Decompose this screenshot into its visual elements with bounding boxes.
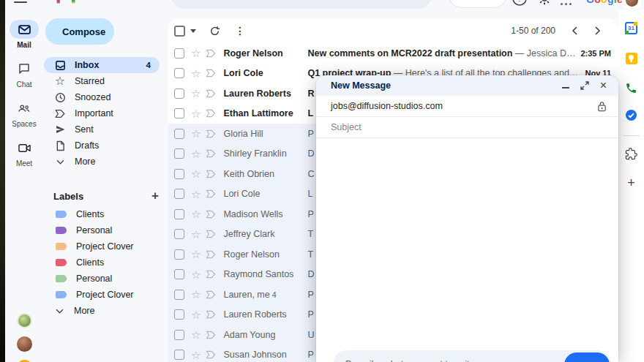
search-input[interactable]: Search mail and chat: [171, 0, 433, 9]
row-checkbox[interactable]: [174, 148, 184, 159]
keep-icon[interactable]: [624, 51, 639, 66]
newer-page-button[interactable]: [572, 26, 578, 35]
row-checkbox[interactable]: [174, 269, 184, 279]
row-checkbox[interactable]: [174, 209, 184, 219]
important-marker-icon[interactable]: [205, 129, 217, 138]
star-icon[interactable]: ☆: [191, 108, 201, 119]
help-me-write-bar[interactable]: Describe what you want to write: [333, 350, 611, 362]
account-avatar-button[interactable]: [622, 0, 641, 9]
rail-item-mail[interactable]: Mail: [5, 20, 43, 49]
star-icon[interactable]: ☆: [191, 68, 201, 79]
labels-more[interactable]: More: [43, 303, 168, 319]
sidebar-item-snoozed[interactable]: Snoozed: [44, 89, 160, 105]
row-checkbox[interactable]: [174, 48, 184, 59]
important-marker-icon[interactable]: [205, 331, 217, 339]
star-icon[interactable]: ☆: [191, 329, 201, 340]
important-marker-icon[interactable]: [205, 170, 217, 178]
important-marker-icon[interactable]: [205, 69, 217, 78]
sidebar-item-inbox[interactable]: Inbox4: [44, 57, 160, 73]
star-icon[interactable]: ☆: [191, 309, 201, 320]
select-dropdown-icon[interactable]: [190, 29, 196, 33]
star-icon[interactable]: ☆: [191, 269, 201, 280]
important-marker-icon[interactable]: [205, 250, 217, 259]
row-checkbox[interactable]: [174, 108, 184, 118]
compose-header[interactable]: New Message ×: [316, 75, 618, 96]
important-marker-icon[interactable]: [205, 290, 217, 299]
star-icon[interactable]: ☆: [191, 208, 201, 219]
sender-name: Keith Obrien: [223, 169, 305, 179]
apps-grid-icon[interactable]: [561, 3, 572, 5]
star-icon[interactable]: ☆: [191, 289, 201, 300]
hamburger-menu-icon[interactable]: [14, 0, 27, 3]
important-marker-icon[interactable]: [205, 49, 217, 58]
row-checkbox[interactable]: [174, 189, 184, 199]
important-marker-icon[interactable]: [205, 350, 217, 359]
tasks-icon[interactable]: [624, 108, 639, 122]
row-checkbox[interactable]: [174, 88, 184, 99]
important-marker-icon[interactable]: [205, 149, 217, 158]
refresh-button[interactable]: [209, 26, 220, 37]
star-icon[interactable]: ☆: [191, 148, 201, 159]
rail-item-meet[interactable]: Meet: [5, 138, 43, 167]
star-icon[interactable]: ☆: [191, 48, 201, 59]
status-selector[interactable]: Active: [449, 0, 507, 8]
rail-item-spaces[interactable]: Spaces: [5, 99, 43, 128]
settings-gear-icon[interactable]: [536, 0, 553, 7]
important-marker-icon[interactable]: [205, 310, 217, 319]
subject-field[interactable]: Subject: [316, 117, 618, 138]
compose-button[interactable]: Compose: [45, 18, 114, 45]
folder-label: Snoozed: [75, 92, 111, 102]
minimize-icon[interactable]: [562, 87, 569, 88]
star-icon[interactable]: ☆: [191, 229, 201, 240]
help-icon[interactable]: ?: [512, 0, 528, 7]
create-draft-button[interactable]: [564, 352, 610, 362]
row-checkbox[interactable]: [174, 68, 184, 78]
row-checkbox[interactable]: [174, 350, 184, 360]
rail-item-chat[interactable]: Chat: [5, 59, 43, 88]
recipients-field[interactable]: jobs@diffusion-studios.com: [316, 96, 618, 117]
addons-icon[interactable]: [624, 146, 639, 161]
call-icon[interactable]: [624, 80, 639, 95]
create-label-button[interactable]: +: [151, 189, 159, 203]
row-checkbox[interactable]: [174, 129, 184, 139]
sidebar-item-sent[interactable]: Sent: [44, 121, 160, 137]
pop-out-icon[interactable]: [580, 81, 589, 90]
label-item[interactable]: Project Clover: [43, 287, 168, 303]
important-marker-icon[interactable]: [205, 210, 217, 219]
label-item[interactable]: Clients: [43, 206, 168, 222]
plus-icon[interactable]: +: [624, 176, 639, 190]
row-checkbox[interactable]: [174, 330, 184, 340]
more-options-icon[interactable]: ⋮: [235, 25, 245, 37]
row-checkbox[interactable]: [174, 169, 184, 179]
important-marker-icon[interactable]: [205, 89, 217, 98]
row-checkbox[interactable]: [174, 290, 184, 300]
important-marker-icon[interactable]: [205, 230, 217, 238]
star-icon[interactable]: ☆: [191, 88, 201, 99]
older-page-button[interactable]: [594, 26, 601, 35]
star-icon[interactable]: ☆: [191, 350, 201, 361]
sidebar-item-important[interactable]: Important: [44, 105, 160, 121]
important-marker-icon[interactable]: [205, 270, 217, 279]
row-checkbox[interactable]: [174, 309, 184, 320]
label-item[interactable]: Clients: [43, 254, 168, 271]
important-marker-icon[interactable]: [205, 189, 217, 198]
sidebar-item-drafts[interactable]: Drafts: [44, 137, 160, 154]
star-icon[interactable]: ☆: [191, 128, 201, 139]
email-row[interactable]: ☆Roger NelsonNew comments on MCR2022 dra…: [168, 43, 618, 64]
important-marker-icon[interactable]: [205, 109, 217, 118]
select-all-checkbox[interactable]: [174, 26, 185, 37]
sidebar-item-more[interactable]: More: [44, 154, 160, 170]
label-item[interactable]: Personal: [43, 222, 168, 238]
star-icon[interactable]: ☆: [191, 168, 201, 179]
row-checkbox[interactable]: [174, 249, 184, 260]
row-checkbox[interactable]: [174, 229, 184, 239]
contact-avatar[interactable]: [17, 313, 32, 328]
close-icon[interactable]: ×: [600, 80, 607, 91]
sidebar-item-starred[interactable]: ☆Starred: [44, 73, 160, 89]
star-icon[interactable]: ☆: [191, 189, 201, 200]
calendar-icon[interactable]: 31: [624, 20, 639, 35]
label-item[interactable]: Personal: [43, 271, 168, 287]
star-icon[interactable]: ☆: [191, 249, 201, 260]
label-item[interactable]: Project Clover: [43, 238, 168, 254]
contact-avatar[interactable]: [17, 336, 32, 352]
